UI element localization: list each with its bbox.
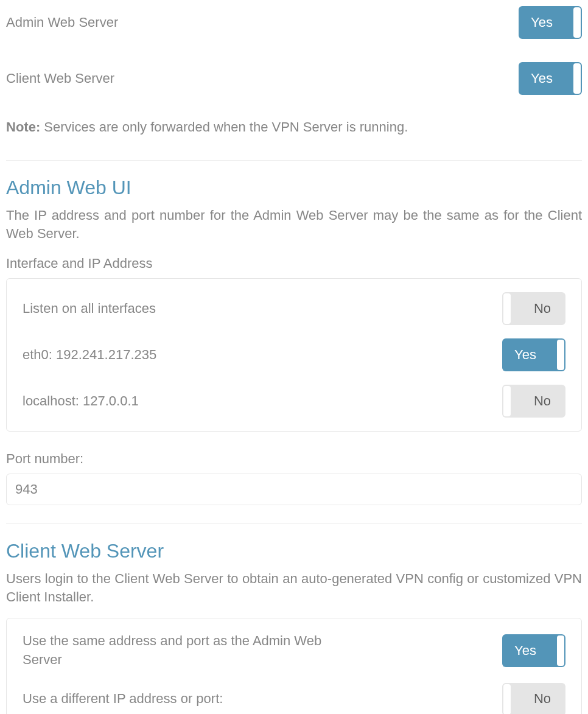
admin-web-ui-title: Admin Web UI bbox=[6, 174, 582, 201]
eth0-toggle[interactable]: Yes bbox=[502, 338, 565, 371]
port-number-label: Port number: bbox=[6, 450, 582, 469]
interface-panel: Listen on all interfaces No eth0: 192.24… bbox=[6, 278, 582, 432]
toggle-value: No bbox=[534, 690, 551, 709]
section-divider bbox=[6, 160, 582, 161]
toggle-value: No bbox=[534, 299, 551, 318]
same-address-toggle[interactable]: Yes bbox=[502, 634, 565, 667]
toggle-value: Yes bbox=[514, 642, 536, 660]
interface-row-label: eth0: 192.241.217.235 bbox=[23, 346, 156, 365]
client-option-label: Use the same address and port as the Adm… bbox=[23, 632, 327, 670]
note-prefix: Note: bbox=[6, 119, 40, 135]
client-web-server-description: Users login to the Client Web Server to … bbox=[6, 570, 582, 607]
admin-web-server-label: Admin Web Server bbox=[6, 13, 118, 32]
client-web-server-toggle[interactable]: Yes bbox=[519, 62, 582, 95]
note-text: Note: Services are only forwarded when t… bbox=[6, 118, 582, 137]
admin-web-ui-description: The IP address and port number for the A… bbox=[6, 206, 582, 244]
client-option-label: Use a different IP address or port: bbox=[23, 690, 223, 709]
toggle-value: Yes bbox=[531, 69, 553, 88]
toggle-value: Yes bbox=[531, 13, 553, 32]
interface-field-label: Interface and IP Address bbox=[6, 254, 582, 273]
note-body: Services are only forwarded when the VPN… bbox=[40, 119, 408, 135]
client-web-server-panel: Use the same address and port as the Adm… bbox=[6, 618, 582, 714]
localhost-toggle[interactable]: No bbox=[502, 385, 565, 418]
interface-row-label: Listen on all interfaces bbox=[23, 299, 156, 318]
section-divider bbox=[6, 523, 582, 524]
toggle-value: Yes bbox=[514, 346, 536, 365]
port-number-input[interactable] bbox=[6, 474, 582, 505]
client-web-server-label: Client Web Server bbox=[6, 69, 114, 88]
interface-row-label: localhost: 127.0.0.1 bbox=[23, 392, 139, 411]
toggle-value: No bbox=[534, 392, 551, 411]
different-address-toggle[interactable]: No bbox=[502, 683, 565, 714]
admin-web-server-toggle[interactable]: Yes bbox=[519, 6, 582, 39]
listen-all-interfaces-toggle[interactable]: No bbox=[502, 292, 565, 325]
client-web-server-title: Client Web Server bbox=[6, 537, 582, 565]
